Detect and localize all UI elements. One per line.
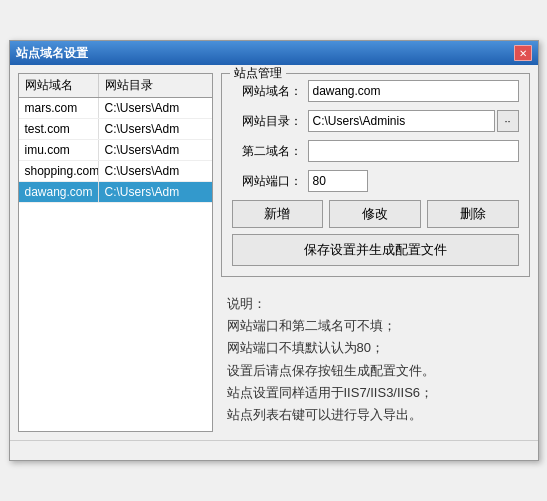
browse-button[interactable]: ·· (497, 110, 519, 132)
domain-table: 网站域名 网站目录 mars.comC:\Users\Admtest.comC:… (18, 73, 213, 432)
alias-label: 第二域名： (232, 143, 302, 160)
col-header-domain: 网站域名 (19, 74, 99, 97)
desc-line: 网站端口不填默认认为80； (227, 337, 524, 359)
close-button[interactable]: ✕ (514, 45, 532, 61)
desc-line: 站点列表右键可以进行导入导出。 (227, 404, 524, 426)
table-header: 网站域名 网站目录 (19, 74, 212, 98)
table-cell-path: C:\Users\Adm (99, 119, 212, 139)
port-row: 网站端口： (232, 170, 519, 192)
table-cell-domain: imu.com (19, 140, 99, 160)
domain-label: 网站域名： (232, 83, 302, 100)
site-management-group: 站点管理 网站域名： 网站目录： ·· 第二域名： (221, 73, 530, 277)
main-window: 站点域名设置 ✕ 网站域名 网站目录 mars.comC:\Users\Admt… (9, 40, 539, 461)
alias-row: 第二域名： (232, 140, 519, 162)
table-cell-path: C:\Users\Adm (99, 140, 212, 160)
table-cell-domain: dawang.com (19, 182, 99, 202)
desc-line: 设置后请点保存按钮生成配置文件。 (227, 360, 524, 382)
action-buttons: 新增 修改 删除 (232, 200, 519, 228)
port-label: 网站端口： (232, 173, 302, 190)
modify-button[interactable]: 修改 (329, 200, 421, 228)
add-button[interactable]: 新增 (232, 200, 324, 228)
alias-input[interactable] (308, 140, 519, 162)
right-panel: 站点管理 网站域名： 网站目录： ·· 第二域名： (221, 73, 530, 432)
table-body[interactable]: mars.comC:\Users\Admtest.comC:\Users\Adm… (19, 98, 212, 431)
dir-row: 网站目录： ·· (232, 110, 519, 132)
dir-label: 网站目录： (232, 113, 302, 130)
title-bar: 站点域名设置 ✕ (10, 41, 538, 65)
main-content: 网站域名 网站目录 mars.comC:\Users\Admtest.comC:… (10, 65, 538, 440)
domain-input[interactable] (308, 80, 519, 102)
table-cell-domain: mars.com (19, 98, 99, 118)
dir-input[interactable] (308, 110, 495, 132)
domain-row: 网站域名： (232, 80, 519, 102)
table-cell-domain: shopping.com (19, 161, 99, 181)
table-cell-path: C:\Users\Adm (99, 161, 212, 181)
description-area: 说明：网站端口和第二域名可不填；网站端口不填默认认为80；设置后请点保存按钮生成… (221, 287, 530, 432)
table-row[interactable]: mars.comC:\Users\Adm (19, 98, 212, 119)
table-cell-path: C:\Users\Adm (99, 182, 212, 202)
desc-line: 网站端口和第二域名可不填； (227, 315, 524, 337)
table-cell-path: C:\Users\Adm (99, 98, 212, 118)
table-row[interactable]: dawang.comC:\Users\Adm (19, 182, 212, 203)
window-controls: ✕ (514, 45, 532, 61)
col-header-dir: 网站目录 (99, 74, 212, 97)
delete-button[interactable]: 删除 (427, 200, 519, 228)
table-row[interactable]: shopping.comC:\Users\Adm (19, 161, 212, 182)
save-button[interactable]: 保存设置并生成配置文件 (232, 234, 519, 266)
group-title: 站点管理 (230, 65, 286, 82)
desc-line: 说明： (227, 293, 524, 315)
table-row[interactable]: test.comC:\Users\Adm (19, 119, 212, 140)
desc-line: 站点设置同样适用于IIS7/IIS3/IIS6； (227, 382, 524, 404)
table-cell-domain: test.com (19, 119, 99, 139)
table-row[interactable]: imu.comC:\Users\Adm (19, 140, 212, 161)
status-bar (10, 440, 538, 460)
dir-field-group: ·· (308, 110, 519, 132)
port-input[interactable] (308, 170, 368, 192)
window-title: 站点域名设置 (16, 45, 88, 62)
